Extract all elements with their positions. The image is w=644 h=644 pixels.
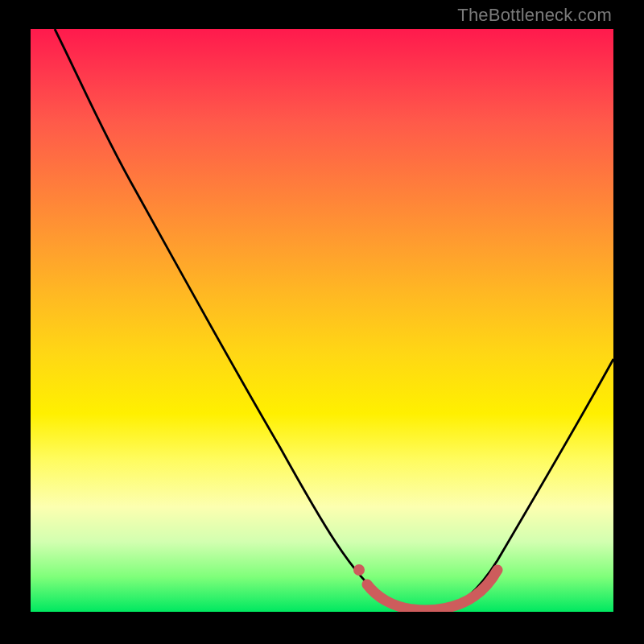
bottleneck-curve-line bbox=[55, 29, 613, 610]
chart-frame: TheBottleneck.com bbox=[0, 0, 644, 644]
watermark-text: TheBottleneck.com bbox=[457, 5, 612, 26]
optimal-range-highlight-line bbox=[367, 570, 497, 610]
highlight-dot-left bbox=[353, 564, 365, 576]
plot-area bbox=[31, 29, 613, 612]
chart-svg bbox=[31, 29, 613, 612]
